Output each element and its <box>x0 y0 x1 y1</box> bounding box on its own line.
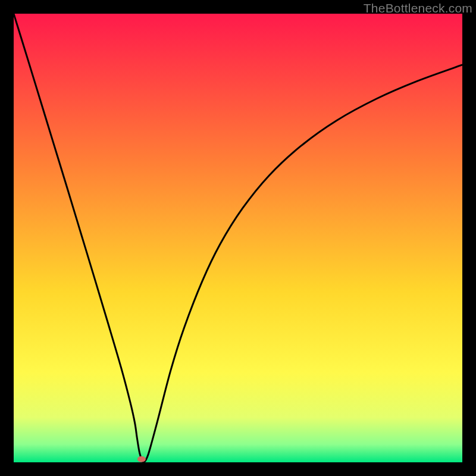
watermark-text: TheBottleneck.com <box>364 1 472 15</box>
optimal-point-marker <box>137 456 146 462</box>
chart-frame <box>14 14 462 462</box>
bottleneck-chart <box>14 14 462 462</box>
gradient-background <box>14 14 462 462</box>
